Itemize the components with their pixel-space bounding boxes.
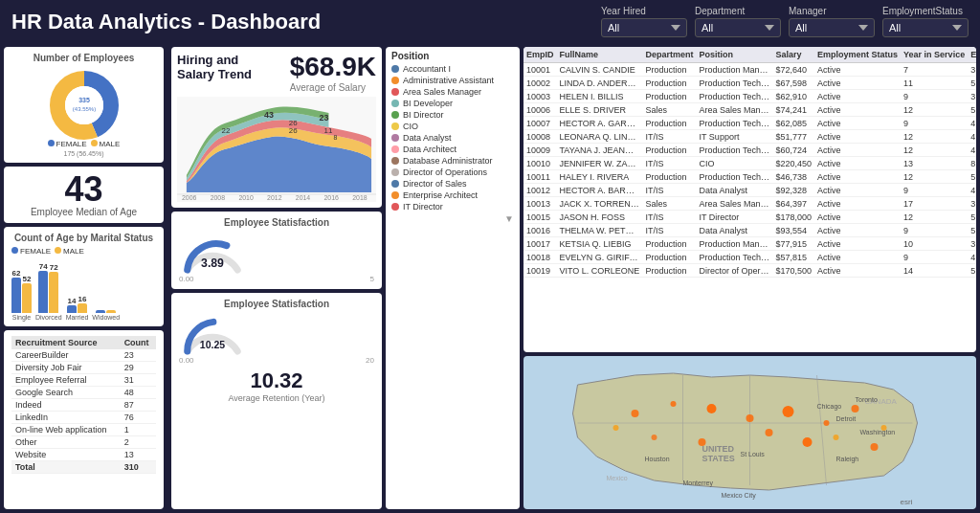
marital-bar-chart: 62 52 Single [11,258,156,321]
bar-married: 14 16 Married [66,295,89,321]
retention-block: 10.32 Average Retention (Year) [179,368,374,403]
filter-emp-status-select[interactable]: All [882,18,969,37]
cell-status: Active [814,157,901,170]
cell-empid: 10007 [523,117,557,130]
filter-year-select[interactable]: All [601,18,687,37]
svg-text:Year: Year [265,201,279,202]
recruitment-row: CareerBuilder23 [11,349,156,362]
gauge2-max: 20 [366,356,374,365]
filter-mgr-select[interactable]: All [789,18,875,37]
cell-yrs: 13 [901,157,968,170]
cell-yrs: 7 [901,63,968,77]
recruitment-source: Google Search [11,387,121,399]
marital-status-card: Count of Age by Marital Status FEMALE MA… [4,227,164,326]
right-section: Position Accountant IAdministrative Assi… [386,47,976,509]
cell-pos: Production Technician I [697,170,773,184]
cell-salary: $77,915 [773,237,815,251]
cell-status: Active [814,77,901,90]
satisfaction2-title: Employee Statisfaction [179,299,374,309]
svg-point-31 [707,404,717,413]
cell-salary: $67,598 [773,77,815,90]
legend-item-label: Director of Sales [403,179,467,189]
cell-dept: Sales [643,103,697,117]
svg-text:2008: 2008 [211,194,226,201]
satisfaction1-gauge: 3.89 [179,232,374,275]
filter-dept-label: Department [695,6,781,16]
cell-status: Active [814,170,901,184]
legend-scroll-indicator: ▼ [391,213,514,224]
legend-color-dot [391,100,399,107]
bar-single: 62 52 Single [11,269,32,321]
recruitment-row: LinkedIn76 [11,412,156,424]
filter-employment-status: EmploymentStatus All [882,6,969,37]
cell-name: HECTOR A. BARBOSSA [557,184,643,197]
svg-point-37 [652,435,657,440]
cell-salary: $72,640 [773,63,815,77]
cell-salary: $57,815 [773,251,815,264]
svg-text:STATES: STATES [702,454,735,463]
cell-salary: $220,450 [773,157,815,170]
satisfaction1-card: Employee Statisfaction 3.89 0.00 5 [171,212,382,289]
satisfaction2-card: Employee Statisfaction 10.25 0.00 20 [171,293,382,509]
male-legend: MALE [91,140,121,148]
legend-item-label: BI Director [403,110,444,120]
legend-color-dot [391,203,399,211]
cell-empid: 10013 [523,197,557,211]
legend-color-dot [391,134,399,142]
cell-dept: Production [643,77,697,90]
table-row: 10009 TAYANA J. JEANNITE Production Prod… [523,144,976,157]
cell-sat: 5 [968,170,976,184]
median-age-value: 43 [11,172,156,207]
cell-yrs: 9 [901,251,968,264]
table-scroll[interactable]: EmpID FullName Department Position Salar… [523,47,976,352]
svg-text:esri: esri [901,498,913,506]
total-label: Total [11,461,121,474]
cell-empid: 10017 [523,237,557,251]
svg-text:Houston: Houston [645,456,670,462]
svg-text:St Louis: St Louis [741,451,766,457]
legend-item-label: BI Developer [403,99,453,108]
cell-status: Active [814,237,901,251]
gauge1-min: 0.00 [179,275,194,283]
cell-yrs: 14 [901,264,968,278]
cell-empid: 10012 [523,184,557,197]
cell-name: LINDA D. ANDERSON [557,77,643,90]
cell-status: Active [814,211,901,224]
cell-status: Active [814,130,901,144]
median-age-label: Employee Median of Age [11,207,156,217]
filter-dept-select[interactable]: All [695,18,781,37]
legend-item: Data Analyst [391,133,514,143]
cell-name: THELMA W. PETROWSKY [557,224,643,237]
marital-female-legend: FEMALE [11,247,51,256]
legend-item: Director of Operations [391,167,514,177]
center-column: Hiring and Salary Trend $68.9K Average o… [171,47,382,509]
recruitment-row: Indeed87 [11,399,156,412]
cell-yrs: 12 [901,103,968,117]
satisfaction1-title: Employee Statisfaction [179,217,374,228]
cell-yrs: 12 [901,211,968,224]
legend-color-dot [391,180,399,188]
left-column: Number of Employees 335 (43.55%) FEMALE … [0,43,167,513]
recruitment-count: 76 [121,412,156,424]
marital-male-legend: MALE [55,247,84,256]
recruitment-source: Indeed [11,399,121,412]
cell-status: Active [814,184,901,197]
bar-married-label: Married [66,314,89,321]
cell-name: HALEY I. RIVERA [557,170,643,184]
table-row: 10008 LEONARA Q. LINDSAY IT/IS IT Suppor… [523,130,976,144]
cell-name: HECTOR A. GARRISON [557,117,643,130]
svg-text:2016: 2016 [324,194,340,201]
svg-text:10.25: 10.25 [200,339,225,350]
legend-items: Accountant IAdministrative AssistantArea… [391,64,514,212]
cell-yrs: 10 [901,237,968,251]
cell-pos: Production Technician I [697,90,773,103]
recruitment-count: 13 [121,449,156,461]
cell-sat: 5 [968,264,976,278]
col-emp-status: Employment Status [814,47,901,63]
legend-item-label: Area Sales Manager [403,87,481,97]
svg-point-39 [803,437,813,447]
table-row: 10003 HELEN I. BILLIS Production Product… [523,90,976,103]
legend-item: Administrative Assistant [391,76,514,85]
cell-dept: Production [643,90,697,103]
filter-year-hired: Year Hired All [601,6,687,37]
